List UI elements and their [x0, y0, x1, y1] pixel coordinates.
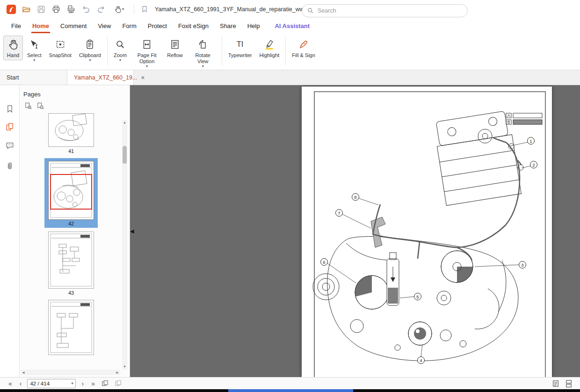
thumbnail-page-number: 42	[48, 221, 94, 226]
search-icon	[307, 7, 314, 15]
first-page-button[interactable]: «	[5, 380, 16, 387]
hand-tool-button[interactable]: Hand	[3, 36, 23, 60]
menu-file[interactable]: File	[6, 19, 27, 33]
menu-bar: File Home Comment View Form Protect Foxi…	[0, 19, 580, 34]
chevron-down-icon: ▾	[202, 65, 204, 68]
select-cursor-icon	[29, 38, 40, 51]
zoom-button[interactable]: Zoom ▾	[110, 36, 130, 64]
typewriter-icon: TI	[234, 38, 246, 51]
previous-page-button[interactable]: ‹	[16, 380, 26, 387]
open-file-icon[interactable]	[20, 3, 33, 16]
tab-document[interactable]: Yamaha_XTZ_660_19... ×	[67, 70, 134, 85]
reflow-button[interactable]: Reflow	[164, 36, 186, 60]
diagram-legend: A B	[506, 113, 542, 124]
taskbar-strip	[0, 389, 580, 392]
menu-protect[interactable]: Protect	[142, 19, 173, 33]
svg-text:A: A	[507, 113, 510, 118]
menu-ai-assistant[interactable]: AI Assistant	[269, 19, 315, 33]
attachments-panel-icon[interactable]	[5, 161, 15, 171]
page-thumbnail-41[interactable]	[48, 113, 94, 147]
single-page-view-icon[interactable]	[551, 379, 561, 388]
clipboard-button[interactable]: Clipboard ▾	[76, 36, 104, 64]
save-icon[interactable]	[35, 3, 48, 16]
svg-text:8: 8	[354, 195, 356, 200]
snapshot-page-icon[interactable]	[100, 379, 110, 388]
svg-text:3: 3	[521, 262, 523, 268]
fill-sign-icon	[298, 38, 309, 51]
thumbnail-list: 41	[20, 113, 123, 355]
lubrication-diagram: A B	[302, 87, 552, 377]
svg-text:7: 7	[338, 211, 340, 216]
scroll-down-icon[interactable]: ▼	[122, 364, 127, 370]
svg-text:B: B	[507, 120, 510, 124]
thumbnail-page-number: 43	[68, 290, 74, 296]
toolbar-divider	[134, 5, 134, 14]
menu-help[interactable]: Help	[242, 19, 266, 33]
hand-icon	[7, 38, 19, 51]
bookmarks-panel-icon[interactable]	[5, 104, 15, 114]
scroll-right-icon[interactable]: ►	[116, 370, 119, 375]
undo-icon[interactable]	[80, 3, 93, 16]
scrollbar-thumb[interactable]	[123, 146, 127, 164]
thumbnail-scrollbar-horizontal[interactable]: ◄ ►	[21, 370, 120, 375]
print-icon[interactable]	[50, 3, 63, 16]
pages-panel-icon[interactable]	[5, 122, 15, 132]
chevron-down-icon: ▾	[146, 65, 148, 68]
scroll-left-icon[interactable]: ◄	[22, 370, 25, 375]
page-thumbnail-42[interactable]: 42	[44, 158, 98, 228]
menu-share[interactable]: Share	[214, 19, 242, 33]
page-thumbnail-44[interactable]	[48, 300, 94, 355]
reflow-icon	[169, 38, 181, 51]
diagram-callouts: 1 2 3 4 5 6 7 8	[321, 138, 537, 364]
search-input[interactable]	[318, 7, 449, 14]
pdf-page[interactable]: A B	[302, 87, 552, 377]
highlight-icon	[264, 38, 275, 51]
document-tab-bar: Start Yamaha_XTZ_660_19... ×	[0, 70, 580, 85]
clipboard-icon	[84, 38, 95, 51]
page-fit-option-button[interactable]: Page Fit Option ▾	[131, 36, 163, 70]
pages-panel-title: Pages	[23, 91, 41, 98]
svg-text:1: 1	[529, 138, 532, 144]
redo-icon[interactable]	[94, 3, 108, 16]
document-title: Yamaha_XTZ_660_1991_3YF_Manual_de_repara…	[155, 6, 309, 13]
rotate-view-button[interactable]: Rotate View ▾	[187, 36, 219, 70]
menu-foxit-esign[interactable]: Foxit eSign	[173, 19, 214, 33]
select-tool-button[interactable]: Select ▾	[24, 36, 45, 64]
foxit-logo-icon[interactable]	[5, 3, 18, 16]
menu-comment[interactable]: Comment	[55, 19, 92, 33]
page-thumbnail-43[interactable]	[48, 232, 94, 289]
menu-home[interactable]: Home	[27, 19, 55, 33]
menu-form[interactable]: Form	[116, 19, 142, 33]
svg-text:6: 6	[323, 260, 325, 265]
svg-text:5: 5	[416, 294, 419, 299]
thumbnail-page-number: 41	[68, 148, 74, 154]
svg-text:TI: TI	[237, 40, 243, 48]
page-number-field[interactable]: 42 / 414 ▾	[27, 379, 76, 388]
highlight-button[interactable]: Highlight	[256, 36, 283, 60]
close-tab-icon[interactable]: ×	[141, 74, 145, 81]
thumbnail-scrollbar-vertical[interactable]: ▲ ▼	[122, 120, 127, 370]
typewriter-button[interactable]: TI Typewriter	[225, 36, 255, 60]
page-fit-icon	[141, 38, 152, 51]
search-box[interactable]	[302, 4, 468, 17]
continuous-view-icon[interactable]	[564, 379, 574, 388]
reduce-thumbnails-icon[interactable]	[36, 101, 45, 110]
ribbon-toolbar: Hand Select ▾ SnapShot Clipboard ▾	[0, 34, 580, 70]
comments-panel-icon[interactable]	[5, 140, 15, 151]
menu-view[interactable]: View	[92, 19, 116, 33]
status-bar: « ‹ 42 / 414 ▾ › »	[0, 377, 580, 389]
tab-start[interactable]: Start	[0, 70, 67, 85]
collapse-panel-icon[interactable]: ◀	[130, 228, 134, 234]
hand-tool-dropdown[interactable]: ▾	[109, 3, 128, 16]
snapshot-button[interactable]: SnapShot	[46, 36, 75, 60]
enlarge-thumbnails-icon[interactable]	[23, 101, 33, 110]
document-status-icon[interactable]	[138, 3, 151, 16]
chevron-down-icon: ▾	[122, 7, 124, 11]
document-viewer[interactable]: ◀ A B	[130, 85, 580, 377]
next-page-button[interactable]: ›	[78, 380, 87, 387]
print-current-page-icon[interactable]	[65, 3, 78, 16]
scroll-up-icon[interactable]: ▲	[122, 120, 127, 125]
fill-sign-button[interactable]: Fill & Sign	[289, 36, 319, 60]
last-page-button[interactable]: »	[87, 380, 99, 387]
clipboard-page-icon[interactable]	[113, 379, 123, 388]
